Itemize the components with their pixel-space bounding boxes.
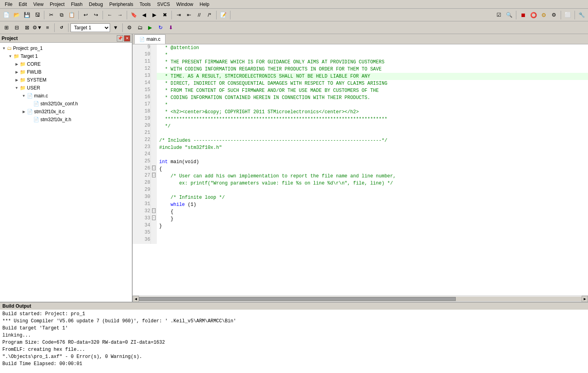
window-btn[interactable]: ⬜: [563, 10, 573, 20]
tree-system[interactable]: ▶ 📁 SYSTEM: [0, 76, 132, 84]
undo-btn[interactable]: ↩: [81, 10, 90, 20]
comment-btn[interactable]: //: [194, 10, 204, 20]
menu-help[interactable]: Help: [196, 1, 213, 8]
sep-t2-2: [68, 23, 69, 32]
open-btn[interactable]: 📂: [12, 10, 21, 20]
tb2-btn3[interactable]: ⊠: [22, 23, 32, 32]
rebuild-btn[interactable]: ⚙: [539, 10, 548, 20]
tree-conf[interactable]: 📄 stm32f10x_conf.h: [0, 100, 132, 108]
indent-btn[interactable]: ⇥: [174, 10, 183, 20]
target1-label: Target 1: [21, 53, 38, 59]
outdent-btn[interactable]: ⇤: [184, 10, 194, 20]
tree-mainc[interactable]: ▼ 📄 main.c: [0, 92, 132, 100]
tab-mainc[interactable]: 📄 main.c: [134, 34, 166, 44]
hscroll-right-btn[interactable]: ▶: [582, 296, 588, 302]
tree-ith[interactable]: 📄 stm32f10x_it.h: [0, 116, 132, 124]
uncomment-btn[interactable]: /*: [205, 10, 214, 20]
target-dropdown-btn[interactable]: ▼: [111, 23, 120, 32]
expand-user: ▼: [13, 85, 20, 91]
target-options-btn[interactable]: ⚙: [125, 23, 134, 32]
line-number: 19: [133, 116, 150, 123]
build-btn[interactable]: ⏹: [518, 10, 528, 20]
load-btn[interactable]: ▶: [145, 23, 155, 32]
code-content: *: [157, 101, 588, 108]
target-selector[interactable]: Target 1: [70, 23, 110, 32]
line-number: 18: [133, 108, 150, 116]
copy-btn[interactable]: ⧉: [57, 10, 66, 20]
code-content: [157, 151, 588, 158]
menu-view[interactable]: View: [30, 1, 47, 8]
fold-indicator[interactable]: □: [150, 166, 157, 173]
table-row: 16 * CODING INFORMATION CONTAINED HEREIN…: [133, 94, 588, 101]
fold-indicator: [150, 94, 157, 101]
hscroll-track[interactable]: [139, 297, 582, 301]
code-content: *: [157, 51, 588, 59]
bookmark-btn[interactable]: 🔖: [129, 10, 139, 20]
settings-btn[interactable]: 🔧: [577, 10, 586, 20]
bookmark-next-btn[interactable]: ▶: [150, 10, 159, 20]
menu-peripherals[interactable]: Peripherals: [106, 1, 137, 8]
tb2-loop[interactable]: ↺: [57, 23, 66, 32]
tree-root[interactable]: ▼ 🗂 Project: pro_1: [0, 44, 132, 52]
mainc-file-icon: 📄: [27, 93, 33, 99]
nav-back-btn[interactable]: ←: [105, 10, 114, 20]
manage-btn[interactable]: 🗂: [135, 23, 145, 32]
line-number: 22: [133, 137, 150, 144]
panel-header-btns: 📌 ✕: [117, 35, 130, 42]
batch-btn[interactable]: ⚙: [549, 10, 559, 20]
flash-download-btn[interactable]: ⬇: [166, 23, 175, 32]
save-all-btn[interactable]: 🖫: [32, 10, 42, 20]
tree-target1[interactable]: ▼ 📁 Target 1: [0, 52, 132, 60]
browse-btn[interactable]: 🔍: [504, 10, 514, 20]
itc-file-icon: 📄: [27, 109, 33, 114]
fold-indicator[interactable]: □: [150, 208, 157, 215]
hscroll-left-btn[interactable]: ◀: [133, 296, 139, 302]
horizontal-scrollbar[interactable]: ◀ ▶: [133, 295, 588, 302]
fold-indicator: [150, 101, 157, 108]
table-row: 27□ /* User can add his own implementati…: [133, 173, 588, 180]
hscroll-thumb[interactable]: [139, 297, 456, 301]
tree-core[interactable]: ▶ 📁 CORE: [0, 60, 132, 68]
tb2-btn4[interactable]: ⚙▼: [32, 23, 42, 32]
fold-indicator[interactable]: □: [150, 173, 157, 180]
table-row: 22/* Includes --------------------------…: [133, 137, 588, 144]
expand-ith: [27, 116, 33, 123]
sep-8: [516, 11, 516, 19]
table-row: 25int main(void): [133, 158, 588, 166]
close-panel-button[interactable]: ✕: [124, 35, 130, 42]
list-item: Program Size: Code=676 RO-data=320 RW-da…: [2, 339, 586, 346]
menu-file[interactable]: File: [2, 1, 15, 8]
tree-itc[interactable]: ▶ 📄 stm32f10x_it.c: [0, 108, 132, 116]
menu-svcs[interactable]: SVCS: [154, 1, 173, 8]
redo-btn[interactable]: ↪: [91, 10, 101, 20]
tb2-btn5[interactable]: ≡: [43, 23, 52, 32]
paste-btn[interactable]: 📋: [67, 10, 76, 20]
tree-user[interactable]: ▼ 📁 USER: [0, 84, 132, 92]
pin-button[interactable]: 📌: [117, 35, 123, 42]
cut-btn[interactable]: ✂: [46, 10, 56, 20]
menu-window[interactable]: Window: [173, 1, 196, 8]
tb2-btn1[interactable]: ⊞: [2, 23, 11, 32]
fold-indicator[interactable]: -: [150, 215, 157, 223]
line-number: 21: [133, 130, 150, 137]
list-item: linking...: [2, 332, 586, 339]
load2-btn[interactable]: ↻: [156, 23, 165, 32]
menu-project[interactable]: Project: [47, 1, 68, 8]
template-btn[interactable]: 📝: [219, 10, 228, 20]
bookmark-clear-btn[interactable]: ✖: [160, 10, 169, 20]
build-all-btn[interactable]: ⭕: [529, 10, 538, 20]
menu-tools[interactable]: Tools: [137, 1, 154, 8]
tb2-btn2[interactable]: ⊟: [12, 23, 21, 32]
user-folder-icon: 📁: [20, 85, 26, 91]
menu-debug[interactable]: Debug: [86, 1, 106, 8]
tree-fwlib[interactable]: ▶ 📁 FWLIB: [0, 68, 132, 76]
menu-flash[interactable]: Flash: [68, 1, 86, 8]
code-editor[interactable]: 9 * @attention10 *11 * THE PRESENT FIRMW…: [133, 44, 588, 295]
check-btn[interactable]: ☑: [494, 10, 504, 20]
code-content: /* User can add his own implementation t…: [157, 173, 588, 180]
nav-fwd-btn[interactable]: →: [115, 10, 125, 20]
save-btn[interactable]: 💾: [22, 10, 32, 20]
bookmark-prev-btn[interactable]: ◀: [139, 10, 149, 20]
new-file-btn[interactable]: 📄: [2, 10, 11, 20]
menu-edit[interactable]: Edit: [15, 1, 30, 8]
